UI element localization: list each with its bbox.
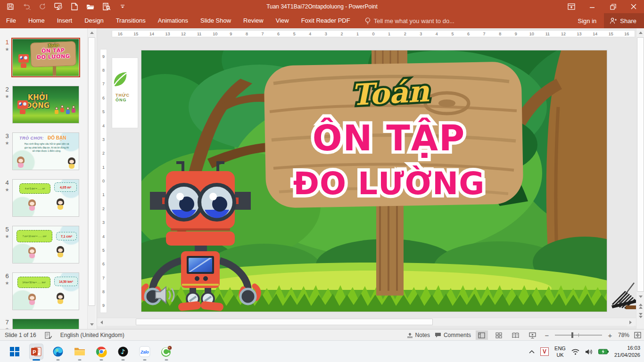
title-bar: Tuan 34T1Bai72Ontapdoluong - PowerPoint	[0, 0, 644, 13]
notes-icon	[407, 332, 413, 338]
slide-2-thumbnail[interactable]: KHỞI ĐỘNG	[12, 86, 79, 123]
slide-7-thumbnail[interactable]	[12, 319, 79, 329]
close-button[interactable]	[623, 0, 644, 13]
thumb-girl-left	[28, 199, 36, 212]
zoom-in-button[interactable]: +	[607, 331, 613, 339]
minimize-button[interactable]	[582, 0, 603, 13]
taskbar-file-explorer-button[interactable]	[73, 344, 87, 360]
tab-design[interactable]: Design	[78, 13, 109, 28]
editor-horizontal-scrollbar[interactable]	[97, 318, 636, 326]
slide-subject-text[interactable]: Toán	[350, 74, 430, 113]
tab-file[interactable]: File	[0, 13, 22, 28]
previous-slide-button[interactable]	[637, 302, 644, 310]
save-icon[interactable]	[6, 2, 15, 11]
zoom-slider-thumb[interactable]	[571, 332, 573, 338]
svg-text:P: P	[33, 349, 36, 355]
rake-image[interactable]	[610, 282, 638, 311]
language-switcher[interactable]: ENGUK	[554, 345, 566, 359]
redo-icon[interactable]	[38, 2, 47, 11]
spell-check-icon[interactable]	[45, 332, 52, 339]
reading-view-button[interactable]	[510, 330, 522, 340]
comments-button[interactable]: Comments	[435, 332, 471, 338]
zoom-percent[interactable]: 78%	[618, 332, 629, 338]
next-slide-button[interactable]	[637, 312, 644, 319]
start-from-beginning-icon[interactable]	[54, 2, 63, 11]
tell-me-box[interactable]: Tell me what you want to do...	[365, 17, 454, 25]
taskbar-tiktok-button[interactable]: ♪♪	[116, 344, 130, 360]
print-preview-icon[interactable]	[102, 2, 111, 11]
taskbar-coccoc-button[interactable]	[159, 344, 173, 360]
wifi-icon[interactable]	[571, 349, 579, 355]
scroll-down-button[interactable]	[88, 321, 95, 328]
restore-button[interactable]	[603, 0, 623, 13]
share-button[interactable]: Share	[604, 13, 644, 28]
lightbulb-icon	[365, 17, 371, 25]
horizontal-ruler: 1615141312111098765432101234567891011121…	[112, 30, 635, 37]
scroll-down-button[interactable]	[637, 293, 644, 300]
chrome-icon	[96, 346, 107, 357]
tab-foxit-reader-pdf[interactable]: Foxit Reader PDF	[295, 13, 356, 28]
taskbar-chrome-button[interactable]	[94, 344, 108, 360]
volume-icon[interactable]	[585, 349, 593, 355]
undo-icon[interactable]	[22, 2, 31, 11]
new-document-icon[interactable]	[70, 2, 79, 11]
slide-5-thumbnail[interactable]: 7 cm² 10 mm² = ....... cm² 7,1 cm²	[12, 226, 79, 263]
scroll-right-button[interactable]	[627, 319, 634, 326]
taskbar-powerpoint-button[interactable]: P	[29, 344, 43, 360]
publisher-logo-card[interactable]: THỨC ỐNG	[112, 58, 138, 128]
scroll-left-button[interactable]	[98, 319, 105, 326]
scroll-up-button[interactable]	[88, 29, 95, 36]
tab-slide-show[interactable]: Slide Show	[194, 13, 237, 28]
scroll-up-button[interactable]	[637, 29, 644, 36]
normal-view-button[interactable]	[476, 330, 488, 340]
thumb-question-bubble: 14 km² 50 ha = ....... km²	[17, 277, 50, 288]
tab-insert[interactable]: Insert	[51, 13, 79, 28]
slide-title-line1[interactable]: ÔN TẬP	[313, 117, 466, 158]
notes-button[interactable]: Notes	[407, 332, 430, 338]
tray-chevron-up-icon[interactable]	[529, 350, 535, 354]
taskbar-edge-button[interactable]	[51, 344, 65, 360]
thumb-girl-right	[56, 293, 65, 305]
slide-6-thumbnail[interactable]: 14 km² 50 ha = ....... km² 14,50 km²	[12, 272, 79, 310]
sign-in-button[interactable]: Sign in	[570, 17, 604, 25]
thumb-forest-bg	[13, 319, 79, 329]
slide-3-thumbnail[interactable]: TRÒ CHƠI: ĐỐ BẠN Học sinh lắng nghe câu …	[12, 132, 79, 170]
scrollbar-thumb[interactable]	[637, 37, 644, 292]
fit-slide-to-window-icon[interactable]	[634, 332, 641, 338]
tab-transitions[interactable]: Transitions	[110, 13, 152, 28]
editor-vertical-scrollbar[interactable]	[636, 28, 644, 329]
taskbar-zalo-button[interactable]: Zalo	[138, 344, 152, 360]
customize-qat-icon[interactable]	[118, 2, 127, 11]
slide-sorter-view-button[interactable]	[493, 330, 505, 340]
ribbon-display-options-icon[interactable]	[561, 0, 582, 13]
tab-view[interactable]: View	[270, 13, 295, 28]
tab-review[interactable]: Review	[237, 13, 270, 28]
thumb-game-title: ĐỐ BẠN	[48, 135, 66, 140]
thumb-kid	[60, 105, 65, 113]
slide-4-thumbnail[interactable]: 4 m² 5 dm² = ....... m² 4,05 m²	[12, 179, 79, 217]
thumb-khoidong-text: KHỞI ĐỘNG	[26, 94, 50, 109]
language-indicator[interactable]: English (United Kingdom)	[60, 332, 124, 338]
clock[interactable]: 16:03 21/04/2026	[614, 345, 640, 359]
scrollbar-thumb[interactable]	[88, 37, 95, 306]
zoom-slider[interactable]	[555, 335, 602, 336]
slide-indicator: Slide 1 of 16	[5, 332, 36, 338]
tab-animations[interactable]: Animations	[152, 13, 194, 28]
battery-icon[interactable]	[598, 349, 609, 354]
slide-1-thumbnail[interactable]: Toán ÔN TẬP ĐO LƯỜNG	[12, 39, 79, 76]
thumb-girl-left	[28, 247, 36, 259]
zoom-out-button[interactable]: −	[544, 331, 550, 339]
coccoc-icon	[160, 346, 173, 358]
slide-title-line2[interactable]: ĐO LƯỜNG	[293, 165, 485, 202]
slide-show-button[interactable]	[527, 330, 539, 340]
open-folder-icon[interactable]	[86, 2, 95, 11]
thumb-kid	[66, 107, 70, 115]
tab-home[interactable]: Home	[22, 13, 51, 28]
slide-canvas[interactable]: Toán ÔN TẬP ĐO LƯỜNG	[141, 50, 607, 312]
unikey-icon[interactable]: V	[540, 347, 549, 356]
thumbnail-scrollbar[interactable]	[87, 28, 95, 329]
thumb-sign-board: Toán ÔN TẬP ĐO LƯỜNG	[30, 41, 76, 67]
animation-star-icon: ★	[3, 94, 11, 99]
scrollbar-thumb[interactable]	[136, 319, 433, 325]
start-button[interactable]	[8, 344, 22, 360]
